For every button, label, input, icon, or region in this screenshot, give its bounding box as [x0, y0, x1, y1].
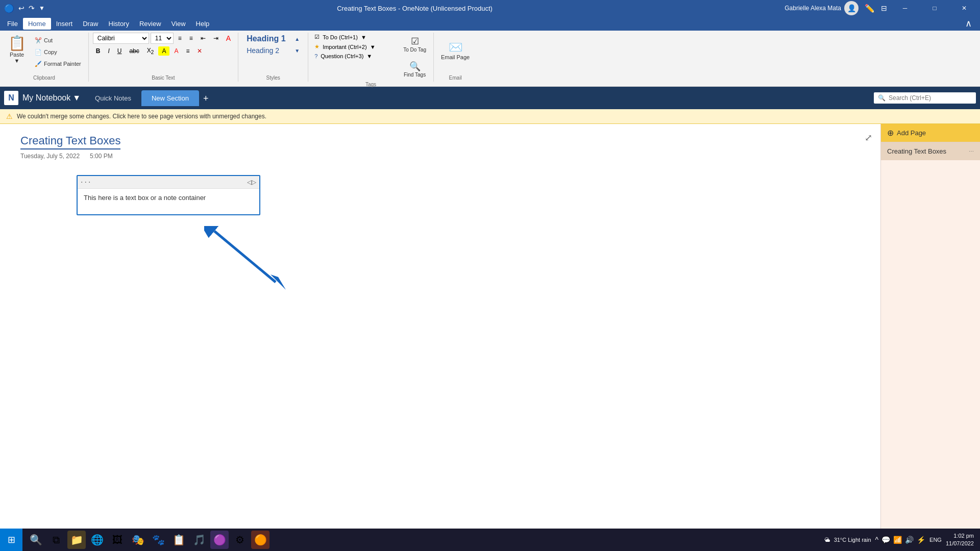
subscript-button[interactable]: X2 — [144, 45, 157, 57]
strikethrough-button[interactable]: abc — [126, 46, 142, 56]
tab-quick-notes[interactable]: Quick Notes — [85, 90, 141, 106]
email-icon: ✉️ — [449, 41, 462, 54]
basic-text-content: Calibri 11 ≡ ≡ ⇤ ⇥ A B I U abc X2 — [93, 33, 234, 74]
taskbar-onenote[interactable]: 🟣 — [210, 531, 229, 549]
todo-tag[interactable]: ☑ To Do (Ctrl+1) ▼ — [312, 33, 394, 41]
menu-view[interactable]: View — [166, 18, 191, 30]
volume-icon[interactable]: 🔊 — [905, 536, 914, 544]
chat-icon[interactable]: 💬 — [881, 536, 890, 544]
tags-section: ☑ To Do (Ctrl+1) ▼ ★ Important (Ctrl+2) … — [312, 33, 394, 60]
important-tag[interactable]: ★ Important (Ctrl+2) ▼ — [312, 42, 394, 51]
email-label: Email — [438, 75, 473, 82]
start-button[interactable]: ⊞ — [0, 529, 22, 551]
indent-decrease-button[interactable]: ⇤ — [198, 33, 209, 43]
note-container[interactable]: ··· ◁▷ This here is a text box or a note… — [77, 175, 260, 215]
ribbon-collapse-btn[interactable]: ∧ — [959, 18, 978, 29]
pen-icon[interactable]: ✏️ — [865, 4, 875, 13]
power-icon[interactable]: ⚡ — [917, 536, 925, 544]
paste-dropdown-icon: ▼ — [14, 58, 20, 64]
plus-icon: ⊕ — [887, 128, 894, 138]
clipboard-group: 📋 Paste ▼ ✂️ Cut 📄 Copy 🖌️ Format Painte… — [4, 33, 89, 82]
underline-button[interactable]: U — [114, 46, 125, 56]
restore-icon[interactable]: ⊟ — [881, 4, 887, 12]
avatar: 👤 — [844, 1, 859, 15]
quick-access-undo[interactable]: ↩ — [18, 4, 24, 12]
basic-text-label: Basic Text — [93, 75, 234, 82]
page-date: Tuesday, July 5, 2022 5:00 PM — [20, 153, 860, 160]
font-color-button[interactable]: A — [171, 46, 181, 56]
align-button[interactable]: ≡ — [183, 46, 192, 56]
tab-new-section[interactable]: New Section — [141, 90, 199, 106]
bold-button[interactable]: B — [93, 46, 104, 56]
list-unordered-button[interactable]: ≡ — [175, 33, 185, 43]
tags-content: ☑ To Do (Ctrl+1) ▼ ★ Important (Ctrl+2) … — [312, 33, 429, 81]
paste-button[interactable]: 📋 Paste ▼ — [4, 33, 30, 66]
italic-button[interactable]: I — [105, 46, 112, 56]
clipboard-content: 📋 Paste ▼ ✂️ Cut 📄 Copy 🖌️ Format Painte… — [4, 33, 84, 74]
tags-label: Tags — [312, 82, 429, 88]
minimize-button[interactable]: ─ — [893, 0, 917, 16]
warning-icon: ⚠ — [6, 112, 13, 120]
taskbar-app4[interactable]: 🟠 — [251, 531, 270, 549]
page-item-icon: ⋯ — [969, 148, 974, 154]
find-tags-button[interactable]: 🔍 Find Tags — [400, 58, 429, 81]
heading2-style[interactable]: Heading 2 ▼ — [242, 45, 304, 56]
taskbar-chrome[interactable]: 🌐 — [88, 531, 106, 549]
taskbar-search[interactable]: 🔍 — [27, 531, 45, 549]
basic-text-group: Calibri 11 ≡ ≡ ⇤ ⇥ A B I U abc X2 — [93, 33, 238, 82]
taskbar-app2[interactable]: 🐾 — [149, 531, 167, 549]
taskbar-photos[interactable]: 🖼 — [108, 531, 127, 549]
taskbar-settings[interactable]: ⚙ — [231, 531, 249, 549]
search-box[interactable]: 🔍 — [874, 92, 976, 104]
font-family-select[interactable]: Calibri — [93, 33, 149, 44]
menu-insert[interactable]: Insert — [51, 18, 78, 30]
menu-help[interactable]: Help — [191, 18, 215, 30]
menu-history[interactable]: History — [104, 18, 134, 30]
title-bar-left: 🔵 ↩ ↷ ▼ — [4, 4, 45, 13]
taskbar-sticky[interactable]: 📋 — [169, 531, 188, 549]
email-page-button[interactable]: ✉️ Email Page — [438, 33, 473, 68]
todo-checkbox-icon: ☑ — [314, 34, 320, 40]
copy-button[interactable]: 📄 Copy — [32, 46, 84, 58]
clock-date: 11/07/2022 — [946, 540, 974, 547]
svg-marker-2 — [271, 274, 286, 290]
maximize-button[interactable]: □ — [923, 0, 946, 16]
taskbar-files[interactable]: 📁 — [67, 531, 86, 549]
taskbar-app3[interactable]: 🎵 — [190, 531, 208, 549]
highlight-button[interactable]: A — [158, 46, 169, 56]
taskbar-taskview[interactable]: ⧉ — [47, 531, 65, 549]
text-box-body[interactable]: This here is a text box or a note contai… — [78, 189, 259, 214]
heading1-style[interactable]: Heading 1 ▲ — [242, 33, 304, 45]
menu-home[interactable]: Home — [23, 18, 51, 30]
quick-access-redo[interactable]: ↷ — [29, 4, 35, 12]
user-area[interactable]: Gabrielle Alexa Mata 👤 — [785, 1, 859, 15]
list-ordered-button[interactable]: ≡ — [186, 33, 196, 43]
add-page-button[interactable]: ⊕ Add Page — [881, 124, 980, 142]
quick-access-more[interactable]: ▼ — [39, 5, 45, 12]
expand-icon[interactable]: ⤢ — [865, 132, 872, 143]
clear-all-button[interactable]: ✕ — [194, 46, 205, 56]
notifications-icon[interactable]: ^ — [875, 536, 879, 544]
add-tab-button[interactable]: + — [199, 91, 213, 106]
notebook-name[interactable]: My Notebook ▼ — [22, 93, 81, 103]
page-list-item[interactable]: Creating Text Boxes ⋯ — [881, 142, 980, 160]
cut-button[interactable]: ✂️ Cut — [32, 35, 84, 46]
question-tag[interactable]: ? Question (Ctrl+3) ▼ — [312, 52, 394, 60]
menu-review[interactable]: Review — [134, 18, 166, 30]
font-controls: Calibri 11 ≡ ≡ ⇤ ⇥ A B I U abc X2 — [93, 33, 234, 57]
format-painter-button[interactable]: 🖌️ Format Painter — [32, 58, 84, 69]
font-size-select[interactable]: 11 — [151, 33, 174, 44]
clear-format-button[interactable]: A — [223, 33, 234, 44]
close-button[interactable]: ✕ — [952, 0, 976, 16]
network-icon[interactable]: 📶 — [893, 536, 902, 544]
taskbar-app1[interactable]: 🎭 — [129, 531, 147, 549]
style-scroll-up-icon: ▲ — [295, 36, 300, 42]
todo-tag-button[interactable]: ☑ To Do Tag — [400, 33, 429, 56]
indent-increase-button[interactable]: ⇥ — [210, 33, 222, 43]
warning-bar[interactable]: ⚠ We couldn't merge some changes. Click … — [0, 109, 980, 124]
search-input[interactable] — [889, 94, 972, 102]
menu-file[interactable]: File — [2, 18, 23, 30]
text-box-header: ··· ◁▷ — [78, 176, 259, 189]
styles-label: Styles — [242, 75, 304, 82]
menu-draw[interactable]: Draw — [78, 18, 103, 30]
